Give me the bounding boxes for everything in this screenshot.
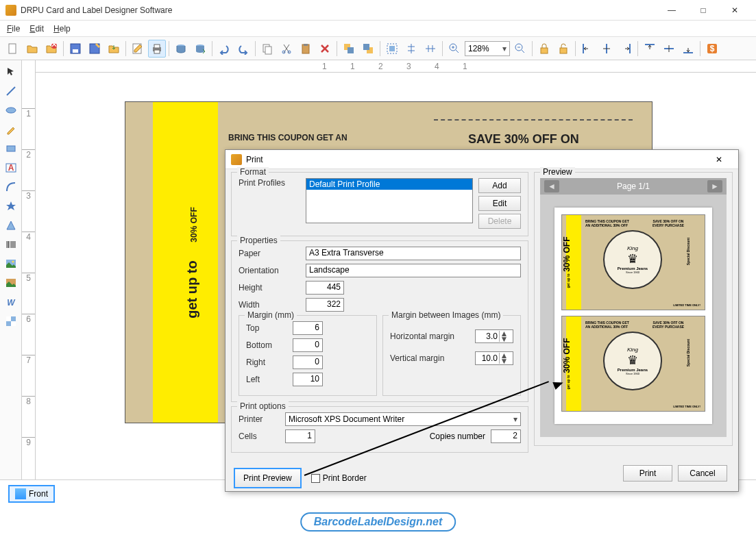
margin-right-input[interactable]: 0 [293,355,323,369]
close-button[interactable]: ✕ [719,0,751,21]
cells-input[interactable]: 1 [285,429,315,443]
print-icon[interactable] [148,40,166,58]
zoom-out-icon[interactable] [511,40,529,58]
delete-button[interactable]: Delete [478,214,521,229]
orientation-input[interactable]: Landscape [306,264,521,277]
menu-help[interactable]: Help [53,24,71,34]
margin-bottom-input[interactable]: 0 [293,338,323,352]
print-border-label: Print Border [323,473,367,483]
new-icon[interactable] [4,40,22,58]
lock-icon[interactable] [535,40,553,58]
print-button[interactable]: Print [623,465,672,482]
margin-bottom-label: Bottom [246,340,287,350]
minimize-button[interactable]: ― [656,0,687,21]
barcode-icon[interactable] [3,237,19,252]
preview-sheet: get up to 30% OFF BRING THIS COUPON GET … [554,208,712,424]
edit-button[interactable]: Edit [478,196,521,211]
print-preview-button[interactable]: Print Preview [234,468,302,488]
save-icon[interactable] [66,40,84,58]
v-margin-input[interactable]: ▲▼ [475,351,513,365]
align-h-icon[interactable] [402,40,420,58]
zoom-combo[interactable]: ▾ [465,41,510,56]
send-back-icon[interactable] [359,40,377,58]
v-margin-label: Vertical margin [390,353,470,363]
paper-input[interactable]: A3 Extra Transverse [306,247,521,260]
edit-icon[interactable] [129,40,147,58]
copies-input[interactable]: 2 [491,429,521,443]
database-export-icon[interactable] [191,40,209,58]
svg-rect-8 [154,45,160,48]
pattern-icon[interactable] [3,314,19,329]
cut-icon[interactable] [278,40,295,58]
align-left-icon[interactable] [578,40,596,58]
triangle-icon[interactable] [3,218,19,233]
h-margin-input[interactable]: ▲▼ [475,329,513,343]
bring-front-icon[interactable] [340,40,358,58]
margin-right-label: Right [246,358,287,367]
dialog-footer: Print Preview Print Border Print Cancel [225,465,738,491]
svg-rect-9 [154,50,160,53]
arc-icon[interactable] [3,179,19,195]
align-bottom-icon[interactable] [679,40,697,58]
align-v-icon[interactable] [422,40,439,58]
align-right-icon[interactable] [617,40,635,58]
ellipse-icon[interactable] [3,103,19,118]
save-as-icon[interactable] [86,40,103,58]
rect-icon[interactable] [3,141,19,156]
open-icon[interactable] [23,40,41,58]
paste-icon[interactable] [297,40,315,58]
svg-point-14 [282,51,285,53]
svg-rect-41 [11,321,16,326]
copy-icon[interactable] [258,40,276,58]
svg-text:$: $ [710,44,715,53]
width-input[interactable]: 322 [306,298,344,312]
price-icon[interactable]: $ [703,40,721,58]
copies-label: Copies number [430,432,485,441]
delete-icon[interactable] [316,40,334,58]
redo-icon[interactable] [234,40,252,58]
prev-page-button[interactable]: ◄ [544,180,559,192]
select-all-icon[interactable] [383,40,401,58]
paper-label: Paper [239,249,300,258]
undo-icon[interactable] [215,40,233,58]
maximize-button[interactable]: □ [687,0,719,21]
wordart-icon[interactable]: W [3,295,19,310]
margin-left-input[interactable]: 10 [293,373,323,386]
front-tab[interactable]: Front [8,485,55,503]
profile-item[interactable]: Default Print Profile [306,179,472,190]
pointer-icon[interactable] [3,64,19,79]
add-button[interactable]: Add [478,178,521,193]
align-top-icon[interactable] [641,40,659,58]
database-icon[interactable] [172,40,190,58]
zoom-in-icon[interactable] [446,40,463,58]
dialog-close-button[interactable]: ✕ [705,155,733,164]
svg-text:A: A [8,163,14,173]
align-middle-v-icon[interactable] [660,40,678,58]
export-icon[interactable] [105,40,123,58]
margin-top-input[interactable]: 6 [293,321,323,335]
align-center-h-icon[interactable] [598,40,615,58]
menu-file[interactable]: File [7,24,20,34]
svg-rect-26 [541,48,548,53]
profiles-listbox[interactable]: Default Print Profile [306,178,473,223]
next-page-button[interactable]: ► [707,180,722,192]
cancel-button[interactable]: Cancel [678,465,727,482]
text-icon[interactable]: A [3,160,19,175]
height-input[interactable]: 445 [306,281,344,295]
checkbox-icon [311,474,320,483]
printer-combo[interactable]: Microsoft XPS Document Writer▾ [285,412,521,426]
dialog-titlebar: Print ✕ [225,150,738,169]
image-icon[interactable] [3,256,19,271]
close-file-icon[interactable]: ✕ [42,40,60,58]
svg-rect-17 [304,44,308,46]
print-border-checkbox[interactable]: Print Border [311,473,367,483]
star-icon[interactable] [3,199,19,214]
line-icon[interactable] [3,84,19,99]
zoom-input[interactable] [468,44,496,53]
unlock-icon[interactable] [554,40,572,58]
picture-icon[interactable] [3,275,19,290]
height-label: Height [239,283,300,292]
pencil-icon[interactable] [3,122,19,137]
profiles-label: Print Profiles [239,178,300,188]
menu-edit[interactable]: Edit [29,24,44,34]
